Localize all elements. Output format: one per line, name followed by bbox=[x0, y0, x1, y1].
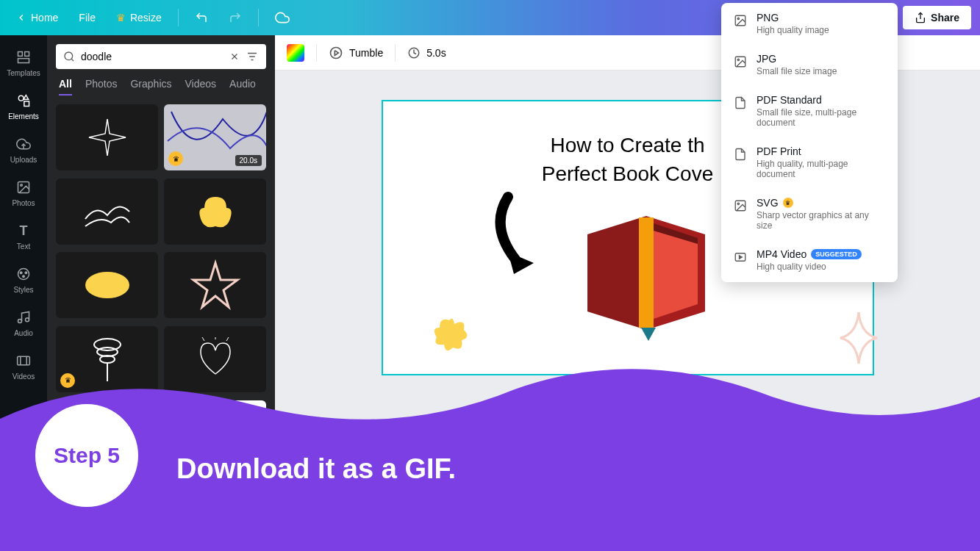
tutorial-overlay bbox=[0, 360, 980, 551]
share-icon bbox=[915, 12, 926, 24]
svg-point-12 bbox=[23, 276, 25, 278]
svg-rect-5 bbox=[24, 101, 29, 107]
rail-photos[interactable]: Photos bbox=[0, 171, 47, 215]
svg-point-8 bbox=[21, 184, 22, 187]
svg-marker-53 bbox=[641, 328, 656, 341]
tab-audio[interactable]: Audio bbox=[229, 78, 256, 96]
svg-rect-2 bbox=[25, 52, 29, 57]
animate-icon bbox=[329, 46, 343, 60]
separator bbox=[178, 9, 179, 26]
chevron-left-icon bbox=[16, 12, 26, 23]
svg-line-19 bbox=[71, 59, 74, 61]
duration-badge: 20.0s bbox=[235, 155, 262, 166]
video-icon bbox=[733, 250, 748, 264]
dd-option-svg[interactable]: SVG♛Sharp vector graphics at any size bbox=[721, 188, 898, 240]
suggested-badge: SUGGESTED bbox=[811, 249, 862, 259]
svg-point-45 bbox=[331, 47, 342, 58]
step-instruction: Download it as a GIF. bbox=[176, 453, 456, 485]
tab-videos[interactable]: Videos bbox=[185, 78, 217, 96]
canvas-heading: How to Create thPerfect Book Cove bbox=[542, 131, 713, 188]
result-thumb[interactable] bbox=[56, 104, 158, 170]
crown-badge: ♛ bbox=[168, 151, 183, 166]
svg-marker-26 bbox=[193, 263, 237, 307]
flower-doodle bbox=[423, 309, 475, 361]
clear-icon[interactable] bbox=[229, 51, 240, 62]
separator bbox=[258, 9, 259, 26]
svg-point-11 bbox=[25, 272, 27, 274]
document-icon bbox=[733, 147, 748, 162]
rail-text[interactable]: TText bbox=[0, 215, 47, 258]
rail-uploads[interactable]: Uploads bbox=[0, 128, 47, 171]
svg-point-18 bbox=[65, 52, 73, 60]
separator bbox=[395, 44, 396, 62]
file-button[interactable]: File bbox=[71, 7, 103, 28]
image-icon bbox=[733, 54, 748, 69]
dd-option-mp4[interactable]: MP4 VideoSUGGESTEDHigh quality video bbox=[721, 240, 898, 281]
svg-marker-47 bbox=[508, 252, 534, 274]
duration-button[interactable]: 5.0s bbox=[407, 46, 446, 60]
dd-option-gif[interactable]: GIFShort clip, no sound ✓ bbox=[721, 281, 898, 282]
share-button[interactable]: Share bbox=[903, 6, 971, 29]
separator bbox=[316, 44, 317, 62]
dd-option-pdf-standard[interactable]: PDF StandardSmall file size, multi-page … bbox=[721, 85, 898, 137]
svg-marker-6 bbox=[24, 96, 29, 100]
svg-line-33 bbox=[226, 337, 229, 341]
redo-button[interactable] bbox=[221, 7, 249, 29]
rail-elements[interactable]: Elements bbox=[0, 84, 47, 128]
crown-icon: ♛ bbox=[783, 198, 793, 208]
rail-styles[interactable]: Styles bbox=[0, 258, 47, 301]
result-thumb[interactable] bbox=[56, 252, 158, 318]
tab-all[interactable]: All bbox=[59, 78, 72, 96]
home-label: Home bbox=[31, 12, 58, 24]
tab-graphics[interactable]: Graphics bbox=[130, 78, 171, 96]
undo-button[interactable] bbox=[187, 7, 215, 29]
svg-point-13 bbox=[18, 320, 22, 323]
svg-point-59 bbox=[737, 203, 739, 204]
search-tabs: All Photos Graphics Videos Audio bbox=[56, 69, 266, 101]
svg-rect-1 bbox=[18, 52, 23, 57]
step-badge: Step 5 bbox=[35, 404, 138, 507]
resize-label: Resize bbox=[130, 12, 162, 24]
svg-point-27 bbox=[94, 339, 121, 350]
result-thumb[interactable] bbox=[164, 179, 266, 245]
tab-photos[interactable]: Photos bbox=[85, 78, 118, 96]
rainbow-icon bbox=[287, 44, 304, 62]
svg-rect-50 bbox=[639, 217, 654, 328]
filter-icon[interactable] bbox=[246, 50, 259, 63]
image-icon bbox=[733, 13, 748, 28]
svg-rect-3 bbox=[18, 59, 29, 63]
svg-point-14 bbox=[26, 318, 29, 322]
result-thumb[interactable] bbox=[164, 252, 266, 318]
svg-point-10 bbox=[20, 272, 22, 274]
crown-icon: ♛ bbox=[116, 12, 126, 24]
result-thumb[interactable] bbox=[56, 179, 158, 245]
file-type-dropdown: PNGHigh quality image JPGSmall file size… bbox=[721, 3, 898, 282]
dd-option-png[interactable]: PNGHigh quality image bbox=[721, 3, 898, 44]
search-icon bbox=[63, 51, 75, 62]
rail-templates[interactable]: Templates bbox=[0, 41, 47, 84]
svg-marker-61 bbox=[740, 256, 743, 259]
animate-button[interactable]: Tumble bbox=[329, 46, 383, 60]
svg-marker-48 bbox=[587, 216, 646, 330]
result-thumb[interactable]: ♛20.0s bbox=[164, 104, 266, 170]
clock-icon bbox=[407, 46, 421, 60]
svg-line-31 bbox=[202, 337, 204, 341]
svg-point-25 bbox=[85, 272, 129, 298]
dd-option-pdf-print[interactable]: PDF PrintHigh quality, multi-page docume… bbox=[721, 137, 898, 188]
search-bar bbox=[56, 44, 266, 69]
book-graphic bbox=[569, 201, 687, 311]
arrow-graphic bbox=[486, 190, 559, 278]
dd-option-jpg[interactable]: JPGSmall file size image bbox=[721, 44, 898, 85]
svg-marker-52 bbox=[654, 231, 698, 319]
svg-point-57 bbox=[737, 59, 739, 60]
image-icon bbox=[733, 198, 748, 213]
search-input[interactable] bbox=[81, 51, 223, 62]
home-button[interactable]: Home bbox=[9, 7, 65, 28]
rail-audio[interactable]: Audio bbox=[0, 301, 47, 345]
cloud-button[interactable] bbox=[268, 6, 297, 29]
sparkle-graphic bbox=[837, 309, 881, 367]
svg-point-55 bbox=[737, 18, 739, 19]
document-icon bbox=[733, 96, 748, 110]
resize-button[interactable]: ♛ Resize bbox=[109, 7, 169, 28]
color-picker[interactable] bbox=[287, 44, 304, 62]
